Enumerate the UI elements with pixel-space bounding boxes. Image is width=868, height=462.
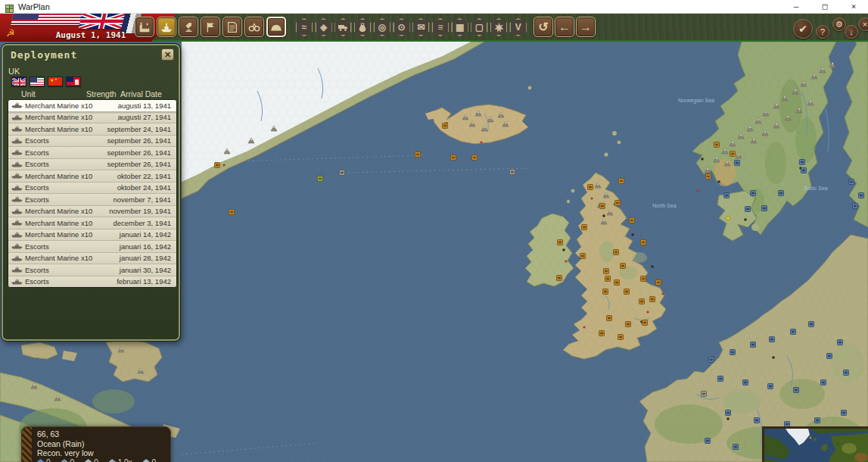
help-button[interactable]: ? [816,25,829,39]
unit-counter[interactable] [340,170,345,176]
deployment-list[interactable]: Merchant Marine x10 augusti 13, 1941 Mer… [8,99,177,288]
toggle-regions-button[interactable]: ▢ [470,18,488,36]
unit-counter[interactable] [599,331,605,336]
unit-counter[interactable] [603,289,608,295]
units-button[interactable] [266,17,286,37]
close-icon[interactable]: × [839,0,868,13]
production-button[interactable] [135,17,154,37]
toggle-fronts-button[interactable]: ≡ [431,18,450,36]
unit-counter[interactable] [751,191,756,196]
canada-red-ensign-flag-tab[interactable] [66,76,81,86]
deployment-row[interactable]: Merchant Marine x10 december 3, 1941 [8,217,176,229]
unit-counter[interactable] [751,342,756,348]
unit-counter[interactable] [615,201,621,206]
unit-counter[interactable] [821,380,826,386]
unit-counter[interactable] [800,160,805,165]
unit-counter[interactable] [650,297,655,302]
unit-counter[interactable] [762,206,767,211]
unit-counter[interactable] [745,207,751,212]
unit-counter[interactable] [754,418,760,423]
deployment-row[interactable]: Merchant Marine x10 november 19, 1941 [8,206,176,218]
exit-button[interactable]: × [858,17,868,31]
unit-counter[interactable] [604,269,609,274]
deployment-row[interactable]: Escorts januari 30, 1942 [8,264,176,276]
unit-counter[interactable] [626,322,631,327]
unit-counter[interactable] [768,384,773,389]
unit-counter[interactable] [624,289,630,295]
unit-counter[interactable] [630,218,635,223]
toggle-objectives-button[interactable]: ◎ [373,18,391,36]
unit-counter[interactable] [621,264,626,269]
unit-counter[interactable] [705,439,711,444]
deployment-row[interactable]: Escorts februari 13, 1942 [8,276,176,289]
unit-counter[interactable] [451,155,456,161]
unit-counter[interactable] [853,204,858,209]
deployment-row[interactable]: Merchant Marine x10 september 24, 1941 [8,123,176,136]
unit-counter[interactable] [838,340,843,345]
unit-counter[interactable] [714,142,720,148]
deployment-row[interactable]: Merchant Marine x10 oktober 22, 1941 [8,170,176,183]
deployment-row[interactable]: Merchant Marine x10 januari 28, 1942 [8,253,176,265]
unit-counter[interactable] [642,320,648,326]
unit-counter[interactable] [607,316,612,321]
unit-counter[interactable] [641,276,646,282]
deployment-row[interactable]: Escorts januari 16, 1942 [8,241,176,253]
end-turn-button[interactable]: ✔ [793,19,813,39]
unit-counter[interactable] [743,380,748,386]
toggle-supply-button[interactable] [353,18,372,36]
unit-counter[interactable] [318,176,323,182]
unit-counter[interactable] [557,276,562,281]
unit-counter[interactable] [859,193,864,198]
deployment-row[interactable]: Escorts oktober 24, 1941 [8,183,176,195]
save-button[interactable]: ↓ [845,25,858,39]
unit-counter[interactable] [443,123,448,129]
unit-counter[interactable] [582,225,587,230]
unit-counter[interactable] [849,179,854,185]
unit-counter[interactable] [558,240,563,245]
unit-counter[interactable] [588,185,593,190]
deployment-close-icon[interactable]: ✕ [161,48,174,61]
unit-counter[interactable] [614,250,619,255]
prev-unit-button[interactable]: ← [555,17,574,37]
unit-counter[interactable] [827,354,832,359]
unit-counter[interactable] [791,329,796,335]
toggle-stacks-button[interactable]: ▦ [451,18,469,36]
unit-counter[interactable] [844,370,849,376]
naval-deployment-button[interactable] [157,17,176,37]
reports-button[interactable] [222,17,242,37]
unit-counter[interactable] [706,174,711,179]
unit-counter[interactable] [730,151,736,157]
unit-counter[interactable] [639,299,645,304]
settings-button[interactable]: ⚙ [832,17,846,31]
research-button[interactable] [179,17,198,37]
deployment-row[interactable]: Merchant Marine x10 augusti 27, 1941 [8,112,176,124]
unit-counter[interactable] [726,410,731,416]
deployment-row[interactable]: Merchant Marine x10 januari 14, 1942 [8,229,176,242]
unit-counter[interactable] [730,350,736,355]
unit-counter[interactable] [614,280,620,286]
unit-counter[interactable] [770,337,775,342]
deployment-row[interactable]: Escorts september 26, 1941 [8,147,176,159]
unit-counter[interactable] [809,322,814,327]
unit-counter[interactable] [580,254,586,259]
toggle-rail-button[interactable] [334,18,352,36]
unit-counter[interactable] [801,168,807,173]
messages-button[interactable]: ✉ [412,18,430,36]
unit-counter[interactable] [656,280,661,286]
unit-counter[interactable] [702,392,707,397]
unit-counter[interactable] [510,170,515,175]
unit-counter[interactable] [709,357,714,363]
unit-counter[interactable] [735,161,740,166]
toggle-combat-button[interactable] [490,18,508,36]
unit-counter[interactable] [641,240,646,245]
unit-counter[interactable] [718,376,723,382]
deployment-row[interactable]: Escorts november 7, 1941 [8,194,176,206]
unit-counter[interactable] [794,388,799,393]
unit-counter[interactable] [724,193,730,198]
unit-counter[interactable] [842,410,847,416]
deployment-row[interactable]: Escorts september 26, 1941 [8,136,176,148]
unit-counter[interactable] [215,163,220,168]
politics-button[interactable] [201,17,220,37]
recon-button[interactable] [244,17,264,37]
toggle-resources-button[interactable]: ⊙ [393,18,411,36]
